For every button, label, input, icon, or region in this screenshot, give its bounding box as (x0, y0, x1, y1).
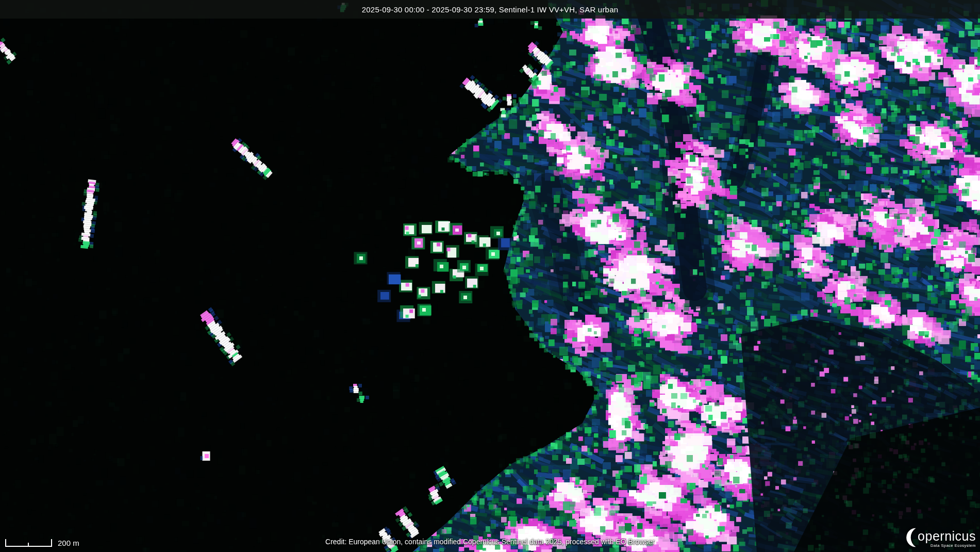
credit-text: Credit: European Union, contains modifie… (0, 538, 980, 546)
copernicus-logo: opernicus Data Space Ecosystem (902, 526, 976, 549)
eo-browser-image-export: 2025-09-30 00:00 - 2025-09-30 23:59, Sen… (0, 0, 980, 552)
sar-image-canvas[interactable] (0, 0, 980, 552)
copernicus-wordmark: opernicus (918, 530, 976, 543)
copernicus-logo-text: opernicus Data Space Ecosystem (918, 530, 976, 548)
copernicus-subtitle: Data Space Ecosystem (931, 543, 976, 548)
timestamp-label: 2025-09-30 00:00 - 2025-09-30 23:59, Sen… (362, 5, 618, 14)
copernicus-crescent-icon (902, 526, 924, 549)
timestamp-bar: 2025-09-30 00:00 - 2025-09-30 23:59, Sen… (0, 0, 980, 19)
